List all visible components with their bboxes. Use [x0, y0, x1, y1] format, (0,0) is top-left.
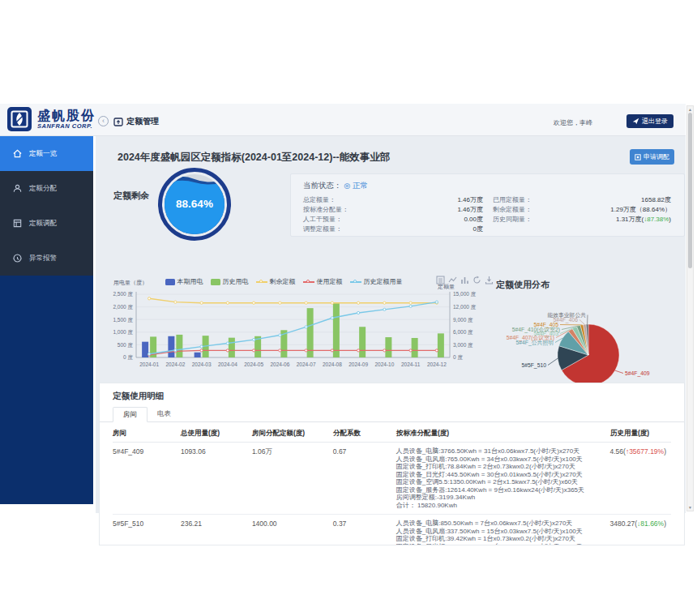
- history-trend: ↓81.66%: [637, 520, 664, 528]
- right-axis-tick: 9,000 度: [453, 317, 473, 323]
- table-cell: 236.21: [181, 520, 252, 528]
- history-usage-cell: 4.56(↑35677.19%): [610, 447, 671, 456]
- metric-value: 1.46万度: [457, 205, 483, 215]
- detail-line: 固定设备_空调5.5:1350.00Kwh = 2台x1.5kwx7.5(小时/…: [396, 478, 605, 486]
- metric-label: 历史同期量：: [493, 215, 532, 225]
- status-ok-icon: ◎: [344, 182, 350, 190]
- company-logo-icon: [6, 106, 32, 132]
- tab-1[interactable]: 房间: [113, 407, 148, 422]
- status-metric-row: 总定额量：1.46万度: [303, 195, 483, 205]
- left-axis-tick: 0 度: [123, 354, 133, 361]
- legend-bar-marker: [165, 279, 175, 285]
- sidebar-item-label: 定额一览: [29, 149, 57, 159]
- line-marker: [226, 342, 229, 344]
- legend-dot: [353, 280, 357, 283]
- pie-label: 5#4F_409: [625, 370, 650, 377]
- line-marker: [435, 349, 438, 352]
- detail-tabs: 房间电表: [100, 407, 684, 422]
- line-marker: [409, 305, 412, 307]
- status-metric-row: 剩余定额量：1.29万度（88.64%）: [493, 205, 671, 215]
- status-metric-row: 已用定额量：1658.82度: [493, 195, 671, 205]
- page-scrollbar[interactable]: ▲ ▼: [686, 105, 694, 511]
- line-marker: [331, 317, 333, 319]
- line-marker: [383, 302, 386, 304]
- detail-line: 人员设备_电脑:850.50Kwh = 7台x0.06kwx7.5(小时/天)x…: [396, 520, 605, 528]
- pie-label: 能效事业部公共: [547, 312, 586, 319]
- allocate-icon: [12, 218, 23, 229]
- x-axis-label: 2024-04: [218, 361, 237, 367]
- left-axis-tick: 2,000 度: [113, 304, 133, 310]
- status-value: 正常: [353, 181, 368, 190]
- x-axis-label: 2024-02: [165, 361, 185, 367]
- scroll-down-icon[interactable]: ▼: [687, 505, 693, 510]
- line-marker: [253, 302, 255, 304]
- apply-quota-button[interactable]: 申请调配: [630, 149, 674, 165]
- alarm-icon: [12, 253, 23, 263]
- bar-chart-icon[interactable]: [460, 276, 469, 284]
- pie-label: 5#4F_公共照明: [516, 340, 554, 346]
- restore-icon[interactable]: [473, 276, 481, 284]
- sidebar-menu: 定额一览定额分配定额调配异常报警: [0, 136, 93, 276]
- logout-button[interactable]: 退出登录: [626, 114, 673, 128]
- line-marker: [279, 349, 281, 352]
- detail-line: 固定设备_打印机:78.84Kwh = 2台x0.73kwx0.2(小时/天)x…: [396, 463, 605, 471]
- legend-label: 剩余定额: [270, 277, 296, 286]
- legend-item[interactable]: 历史用电: [211, 277, 249, 286]
- legend-label: 历史用电: [223, 277, 249, 286]
- scrollbar-thumb[interactable]: [688, 113, 692, 268]
- metric-value: 1.31万度(↓87.38%): [616, 215, 671, 225]
- sidebar-item-1[interactable]: 定额一览: [0, 136, 93, 171]
- legend-line-marker: [256, 279, 267, 285]
- data-view-icon[interactable]: [436, 276, 445, 284]
- legend-dot: [306, 280, 310, 283]
- bar-本期用电: [168, 336, 174, 357]
- line-marker: [305, 302, 307, 304]
- home-icon: [12, 148, 23, 159]
- tab-2[interactable]: 电表: [148, 407, 181, 421]
- standard-allocation-detail: 人员设备_电脑:3766.50Kwh = 31台x0.06kwx7.5(小时/天…: [396, 447, 610, 509]
- legend-item[interactable]: 本期用电: [165, 277, 203, 286]
- bar-历史用电: [359, 327, 366, 357]
- detail-line: 人员设备_电脑:3766.50Kwh = 31台x0.06kwx7.5(小时/天…: [396, 447, 605, 456]
- back-icon[interactable]: ‹: [98, 116, 109, 126]
- gauge-percent: 88.64%: [157, 198, 232, 210]
- table-cell: 0.67: [333, 447, 396, 456]
- detail-line: 固定设备_日光灯:445.50Kwh = 30台x0.01kwx5.5(小时/天…: [396, 471, 605, 479]
- column-header: 分配系数: [333, 429, 396, 438]
- table-cell: 1.06万: [252, 447, 333, 457]
- sidebar-item-2[interactable]: 定额分配: [0, 171, 93, 206]
- sidebar-item-4[interactable]: 异常报警: [0, 241, 93, 276]
- line-marker: [226, 302, 229, 304]
- status-metric-row: 人工干预量：0.00度: [303, 215, 483, 225]
- page-title: 2024年度盛帆园区定额指标(2024-01至2024-12)--能效事业部: [118, 151, 390, 165]
- chart-toolbox: [436, 276, 494, 284]
- scroll-up-icon[interactable]: ▲: [687, 107, 693, 112]
- logout-label: 退出登录: [642, 117, 668, 126]
- legend-label: 历史定额用量: [364, 277, 403, 286]
- detail-line: 合计： 15820.90Kwh: [396, 502, 605, 510]
- status-row: 当前状态： ◎ 正常: [303, 181, 671, 191]
- right-axis-tick: 3,000 度: [453, 342, 473, 349]
- apply-quota-label: 申请调配: [644, 152, 669, 161]
- legend-item[interactable]: 剩余定额: [256, 277, 296, 286]
- left-axis-tick: 500 度: [118, 342, 134, 349]
- table-cell: 1093.06: [181, 447, 252, 456]
- metric-value: 0.00度: [464, 215, 483, 225]
- metric-value: 1658.82度: [641, 195, 671, 205]
- line-marker: [279, 302, 281, 304]
- column-header: 房间分配定额(度): [252, 429, 333, 438]
- sidebar-item-3[interactable]: 定额调配: [0, 206, 93, 241]
- legend-item[interactable]: 历史定额用量: [350, 277, 403, 286]
- metric-label: 总定额量：: [303, 195, 336, 205]
- quota-remaining-label: 定额剩余: [113, 190, 149, 202]
- line-marker: [253, 339, 255, 341]
- metric-value: 1.29万度（88.64%）: [610, 205, 671, 215]
- line-marker: [200, 349, 203, 352]
- line-chart-icon[interactable]: [448, 276, 457, 284]
- legend-item[interactable]: 使用定额: [303, 277, 343, 286]
- save-image-icon[interactable]: [485, 276, 494, 284]
- pie-leader-line: [548, 358, 558, 365]
- app-window: 盛帆股份 SANFRAN CORP. ‹ 定额管理 欢迎您，李峰 退出登录 定额…: [0, 104, 695, 513]
- table-cell: 5#4F_409: [113, 447, 181, 456]
- detail-line: 人员设备_电风扇:765.00Kwh = 34台x0.03kwx7.5(小时/天…: [396, 456, 605, 464]
